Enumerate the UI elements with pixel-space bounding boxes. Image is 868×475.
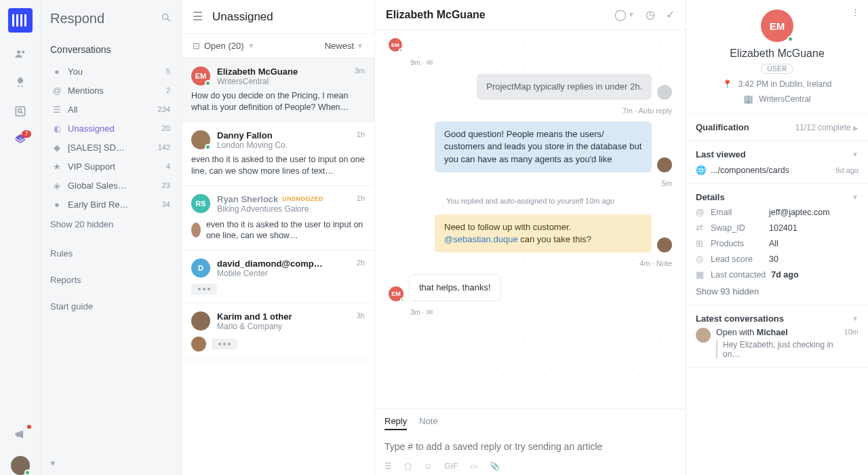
headset-icon: ◐: [52, 123, 62, 134]
thread-title: Elizabeth McGuane: [386, 9, 486, 21]
diamond-icon: ◈: [52, 180, 62, 191]
inbox-tray-icon: ⊡: [193, 41, 200, 51]
conv-preview: even tho it is asked to the user to inpu…: [191, 154, 365, 177]
user-role-badge: USER: [761, 64, 793, 74]
emoji-icon[interactable]: ☺: [424, 461, 432, 471]
conversation-item[interactable]: EM Elizabeth McGuane WritersCentral 3m H…: [182, 58, 374, 122]
chevron-down-icon[interactable]: ▼: [248, 42, 255, 50]
menu-icon[interactable]: ☰: [193, 10, 203, 24]
bot-avatar: [657, 85, 672, 100]
conv-company: WritersCentral: [217, 77, 348, 86]
swap-icon: ⇄: [696, 223, 705, 233]
close-icon[interactable]: ✓: [666, 8, 675, 21]
score-icon: ◎: [696, 254, 705, 264]
reports-link[interactable]: Reports: [50, 275, 172, 285]
conversation-item[interactable]: RS Ryan SherlockUNSNOOZED Biking Adventu…: [182, 186, 374, 251]
svg-point-3: [18, 109, 21, 113]
conv-preview: How do you decide on the Pricing, I mean…: [191, 90, 365, 113]
sidebar-item-unassigned[interactable]: ◐Unassigned20: [50, 119, 172, 138]
filter-open[interactable]: Open (20): [204, 41, 244, 51]
sidebar-item-vip[interactable]: ★VIP Support4: [50, 157, 172, 176]
chevron-down-icon[interactable]: ▼: [852, 151, 859, 158]
sort-select[interactable]: Newest: [325, 41, 354, 51]
composer-input[interactable]: [384, 437, 676, 461]
sidebar-item-global[interactable]: ◈Global Sales…23: [50, 176, 172, 195]
sidebar-item-earlybird[interactable]: ●Early Bird Re…34: [50, 195, 172, 214]
latest-conv-line[interactable]: Open with Michael: [716, 328, 839, 337]
at-icon: @: [696, 208, 705, 217]
show-hidden-details[interactable]: Show 93 hidden: [696, 286, 859, 297]
conversation-item[interactable]: D david_diamond@comp… Mobile Center 2h: [182, 250, 374, 303]
chevron-down-icon[interactable]: ▼: [852, 315, 859, 322]
search-icon[interactable]: [161, 11, 172, 26]
latest-conv-preview: Hey Elizabeth, just checking in on…: [716, 340, 839, 359]
sidebar: Respond Conversations ●You5 @Mentions2 ☰…: [41, 0, 182, 475]
sidebar-item-sales[interactable]: ◆[SALES] SD…142: [50, 138, 172, 157]
assignee-avatar: [191, 337, 206, 352]
search-box-icon[interactable]: [14, 104, 27, 118]
conv-company: Biking Adventures Galore: [217, 204, 350, 214]
conv-preview: even tho it is asked to the user to inpu…: [206, 219, 365, 242]
assignee-avatar: [191, 223, 201, 238]
tab-reply[interactable]: Reply: [384, 416, 407, 430]
msg-meta: 5m: [662, 179, 672, 187]
customer-avatar: EM: [389, 38, 402, 52]
at-icon: @: [52, 85, 62, 96]
tab-note[interactable]: Note: [419, 416, 437, 430]
globe-icon: 🌐: [696, 165, 705, 175]
avatar: EM: [191, 66, 210, 86]
people-icon[interactable]: [14, 48, 27, 61]
help-icon[interactable]: 7 ?: [14, 133, 27, 147]
conv-time: 3h: [357, 311, 365, 320]
note-bubble: Need to follow up with customer. @sebast…: [435, 214, 652, 252]
details-panel: ⋮ EM Elizabeth McGuane USER 📍3:42 PM in …: [686, 0, 868, 475]
conv-company: Mario & Company: [217, 322, 350, 331]
chevron-down-icon[interactable]: ▼: [852, 193, 859, 201]
user-company: 🏢WritersCentral: [697, 94, 857, 104]
attachment-icon[interactable]: 📎: [490, 461, 500, 471]
mention[interactable]: @sebastian.duque: [444, 234, 518, 244]
conversation-item[interactable]: Danny Fallon London Moving Co. 1h even t…: [182, 122, 374, 186]
heart-icon[interactable]: ♥: [50, 451, 172, 475]
bookmark-icon[interactable]: ▢: [404, 461, 412, 471]
saved-reply-icon[interactable]: ☰: [384, 461, 392, 471]
chevron-down-icon[interactable]: ▼: [357, 42, 363, 50]
conv-company: London Moving Co.: [217, 140, 350, 150]
sidebar-item-all[interactable]: ☰All234: [50, 100, 172, 119]
msg-meta: 9m · ✉: [410, 58, 433, 67]
typing-indicator: [212, 339, 237, 349]
sidebar-item-mentions[interactable]: @Mentions2: [50, 81, 172, 100]
msg-meta: 4m · Note: [639, 259, 672, 267]
conv-time: 3m: [355, 66, 365, 75]
snooze-icon[interactable]: ◷: [646, 8, 655, 21]
user-icon: ●: [52, 66, 62, 77]
app-logo[interactable]: [8, 8, 33, 33]
current-user-avatar[interactable]: [11, 456, 30, 475]
more-icon[interactable]: ⋮: [851, 7, 860, 17]
conversation-item[interactable]: Karim and 1 other Mario & Company 3h: [182, 303, 374, 360]
sidebar-item-you[interactable]: ●You5: [50, 62, 172, 81]
conv-company: Mobile Center: [217, 269, 350, 278]
show-hidden-link[interactable]: Show 20 hidden: [50, 219, 172, 229]
section-conversations: Conversations: [50, 44, 172, 55]
avatar: D: [191, 259, 210, 278]
svg-text:?: ?: [18, 136, 22, 143]
assign-icon[interactable]: ◯ ▼: [614, 8, 635, 21]
conv-time: 1h: [357, 130, 365, 138]
conv-name: Danny Fallon: [217, 130, 350, 140]
clock-icon: ●: [52, 199, 62, 210]
participant-avatar: [696, 328, 711, 343]
composer: Reply Note ☰ ▢ ☺ GIF ▭ 📎: [375, 408, 686, 475]
section-qualification[interactable]: Qualification11/12 complete ▶: [686, 114, 868, 141]
rocket-icon[interactable]: [14, 76, 27, 90]
start-guide-link[interactable]: Start guide: [50, 301, 172, 311]
section-latest-conversations: Latest conversations▼ Open with Michael …: [686, 305, 868, 368]
svg-point-1: [22, 51, 24, 54]
gif-icon[interactable]: GIF: [444, 461, 458, 471]
conv-name: Ryan Sherlock: [217, 194, 278, 204]
latest-conv-time: 10m: [844, 328, 859, 336]
rules-link[interactable]: Rules: [50, 248, 172, 259]
image-icon[interactable]: ▭: [470, 461, 477, 471]
megaphone-icon[interactable]: [14, 428, 27, 441]
product-icon: ⊞: [696, 238, 705, 248]
